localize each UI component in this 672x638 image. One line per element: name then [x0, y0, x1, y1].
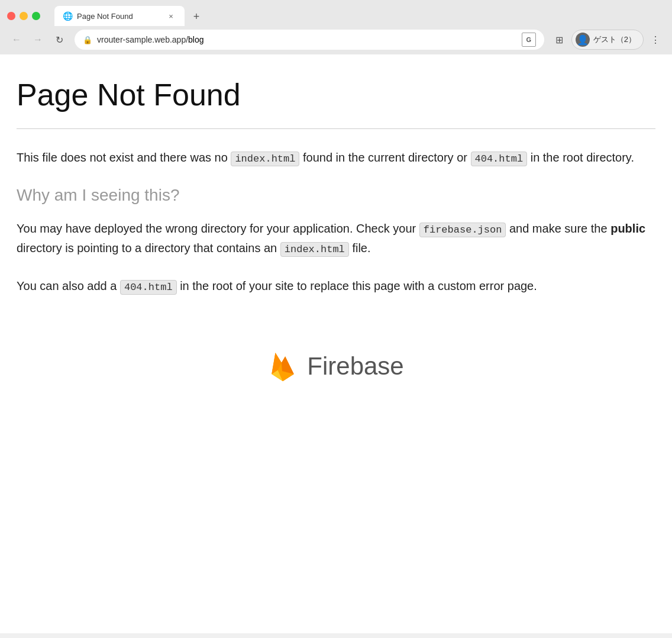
address-text: vrouter-sample.web.app/blog [97, 35, 517, 44]
address-bar[interactable]: 🔒 vrouter-sample.web.app/blog G [75, 30, 544, 50]
url-path: blog [188, 35, 203, 44]
section-title: Why am I seeing this? [17, 186, 655, 205]
traffic-lights [7, 12, 40, 20]
nav-icons: ⊞ 👤 ゲスト（2） ⋮ [550, 30, 665, 50]
new-tab-button[interactable]: + [188, 8, 205, 25]
lock-icon: 🔒 [83, 36, 92, 44]
split-view-button[interactable]: ⊞ [550, 30, 569, 49]
desc-text-1: This file does not exist and there was n… [17, 151, 231, 164]
code-404-html-1: 404.html [471, 152, 528, 166]
forward-icon: → [33, 34, 43, 45]
desc-text-1b: found in the current directory or [299, 151, 470, 164]
firebase-label: Firebase [307, 352, 403, 381]
para3-text-1: You can also add a [17, 279, 120, 292]
firebase-footer: Firebase [17, 331, 655, 402]
browser-chrome: 🌐 Page Not Found × + ← → ↻ 🔒 vrouter-sam… [0, 0, 672, 54]
title-bar: 🌐 Page Not Found × + [0, 0, 672, 26]
close-button[interactable] [7, 12, 15, 20]
forward-button[interactable]: → [28, 30, 47, 49]
menu-button[interactable]: ⋮ [646, 30, 665, 49]
tab-close-button[interactable]: × [166, 11, 176, 21]
paragraph-2: You may have deployed the wrong director… [17, 219, 655, 257]
back-button[interactable]: ← [7, 30, 26, 49]
active-tab[interactable]: 🌐 Page Not Found × [54, 6, 185, 26]
para2-text-3: directory is pointing to a directory tha… [17, 241, 280, 254]
desc-text-1c: in the root directory. [527, 151, 634, 164]
tab-favicon-icon: 🌐 [63, 11, 72, 21]
code-index-html-2: index.html [280, 242, 349, 257]
code-404-html-2: 404.html [120, 280, 177, 295]
url-base: vrouter-sample.web.app/ [97, 35, 188, 44]
description-paragraph: This file does not exist and there was n… [17, 148, 655, 167]
avatar: 👤 [576, 33, 590, 47]
profile-name: ゲスト（2） [593, 34, 636, 45]
para2-text-2: and make sure the [506, 222, 610, 235]
divider [17, 128, 655, 129]
minimize-button[interactable] [20, 12, 28, 20]
page-content: Page Not Found This file does not exist … [0, 54, 672, 633]
code-firebase-json: firebase.json [419, 223, 506, 237]
maximize-button[interactable] [32, 12, 40, 20]
refresh-button[interactable]: ↻ [50, 30, 69, 49]
para2-text-1: You may have deployed the wrong director… [17, 222, 419, 235]
nav-bar: ← → ↻ 🔒 vrouter-sample.web.app/blog G ⊞ … [0, 26, 672, 54]
page-title: Page Not Found [17, 78, 655, 112]
tab-title: Page Not Found [77, 12, 161, 21]
paragraph-3: You can also add a 404.html in the root … [17, 276, 655, 295]
avatar-icon: 👤 [577, 34, 589, 46]
firebase-logo-icon [268, 349, 298, 384]
para2-text-4: file. [349, 241, 371, 254]
back-icon: ← [12, 34, 21, 45]
para3-text-2: in the root of your site to replace this… [177, 279, 537, 292]
code-index-html-1: index.html [231, 152, 299, 166]
translate-icon[interactable]: G [522, 33, 536, 47]
split-view-icon: ⊞ [555, 34, 563, 46]
menu-icon: ⋮ [651, 34, 660, 46]
profile-button[interactable]: 👤 ゲスト（2） [571, 30, 644, 50]
tab-bar: 🌐 Page Not Found × + [54, 6, 665, 26]
refresh-icon: ↻ [56, 34, 63, 46]
bold-public: public [610, 222, 645, 235]
